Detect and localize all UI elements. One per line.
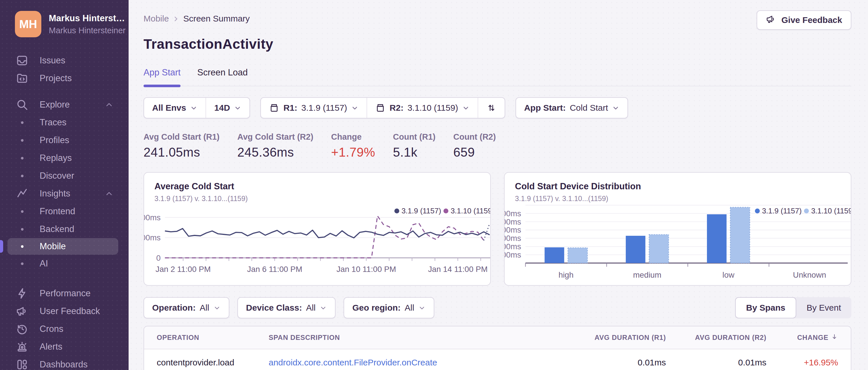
bullet-icon bbox=[16, 121, 29, 124]
sidebar: MH Markus Hinterst… Markus Hintersteiner… bbox=[0, 0, 129, 370]
chevron-up-icon bbox=[104, 189, 114, 198]
column-header-operation[interactable]: Operation bbox=[157, 334, 269, 342]
filter-geo-region-button[interactable]: Geo region: All bbox=[344, 298, 434, 318]
avatar: MH bbox=[15, 11, 41, 37]
sidebar-item-backend[interactable]: Backend bbox=[7, 220, 118, 238]
sidebar-item-issues[interactable]: Issues bbox=[7, 52, 118, 69]
stat-label: Avg Cold Start (R1) bbox=[144, 132, 220, 142]
legend-dot-icon bbox=[443, 208, 448, 213]
swap-releases-button[interactable] bbox=[477, 98, 505, 118]
chevron-right-icon bbox=[172, 15, 180, 22]
search-icon bbox=[16, 98, 29, 111]
chevron-down-icon bbox=[319, 304, 327, 311]
stat-label: Avg Cold Start (R2) bbox=[237, 132, 313, 142]
chart-subtitle: 3.1.9 (1157) v. 3.1.10...(1159) bbox=[154, 195, 480, 203]
bolt-icon bbox=[16, 287, 29, 300]
column-header-change[interactable]: Change bbox=[766, 333, 838, 342]
sidebar-item-performance[interactable]: Performance bbox=[7, 284, 118, 302]
chevron-down-icon bbox=[351, 104, 359, 111]
stat-change: Change +1.79% bbox=[331, 132, 375, 160]
svg-text:Jan 10 11:00 PM: Jan 10 11:00 PM bbox=[336, 265, 396, 274]
release-r2-selector[interactable]: R2: 3.1.10 (1159) bbox=[367, 98, 477, 118]
legend-item[interactable]: 3.1.9 (1157) bbox=[755, 206, 802, 215]
megaphone-icon bbox=[16, 305, 29, 318]
stat-value: 245.36ms bbox=[237, 145, 313, 160]
sidebar-item-explore[interactable]: Explore bbox=[7, 96, 118, 113]
period-filter-label: 14D bbox=[214, 103, 230, 113]
tab-bar: App Start Screen Load bbox=[144, 67, 851, 86]
sidebar-item-label: Replays bbox=[40, 153, 72, 163]
sidebar-item-traces[interactable]: Traces bbox=[7, 113, 118, 131]
inbox-icon bbox=[16, 54, 29, 67]
folder-code-icon bbox=[16, 72, 29, 85]
chart-legend: 3.1.9 (1157) 3.1.10 (1159 bbox=[394, 206, 491, 215]
column-header-avg-duration-r1[interactable]: Avg Duration (R1) bbox=[563, 334, 666, 342]
sidebar-item-profiles[interactable]: Profiles bbox=[7, 131, 118, 149]
column-header-avg-duration-r2[interactable]: Avg Duration (R2) bbox=[666, 334, 766, 342]
sidebar-item-user-feedback[interactable]: User Feedback bbox=[7, 302, 118, 320]
legend-item[interactable]: 3.1.10 (1159 bbox=[443, 206, 491, 215]
sidebar-item-label: Backend bbox=[40, 224, 74, 234]
legend-label: 3.1.10 (1159 bbox=[451, 206, 491, 215]
filter-value: All bbox=[200, 303, 209, 313]
spans-table: OperationSpan DescriptionAvg Duration (R… bbox=[144, 326, 851, 370]
chevron-down-icon bbox=[462, 104, 470, 111]
column-header-span-description[interactable]: Span Description bbox=[269, 334, 563, 342]
filter-device-class: Device Class: All bbox=[237, 297, 336, 318]
sidebar-item-alerts[interactable]: Alerts bbox=[7, 338, 118, 356]
svg-text:Jan 6 11:00 PM: Jan 6 11:00 PM bbox=[247, 265, 302, 274]
nav-section: IssuesProjects bbox=[0, 52, 129, 87]
table-body: contentprovider.load androidx.core.conte… bbox=[144, 349, 851, 370]
stat-count-r2: Count (R2) 659 bbox=[453, 132, 496, 160]
chevron-down-icon bbox=[234, 104, 241, 111]
sidebar-item-frontend[interactable]: Frontend bbox=[7, 202, 118, 220]
sidebar-item-dashboards[interactable]: Dashboards bbox=[7, 356, 118, 370]
page-title: TransactionActivity bbox=[144, 36, 851, 52]
legend-label: 3.1.10 (1159 bbox=[811, 206, 851, 215]
pulse-icon bbox=[16, 187, 29, 200]
history-icon bbox=[16, 323, 29, 336]
sidebar-item-discover[interactable]: Discover bbox=[7, 167, 118, 185]
appstart-type-group: App Start: Cold Start bbox=[516, 97, 628, 119]
megaphone-icon bbox=[766, 14, 776, 26]
span-filters: Operation: All Device Class: All Geo reg… bbox=[144, 297, 434, 318]
give-feedback-button[interactable]: Give Feedback bbox=[756, 10, 851, 30]
filter-operation-button[interactable]: Operation: All bbox=[144, 298, 229, 318]
breadcrumb-page: Screen Summary bbox=[183, 14, 250, 24]
toggle-by-spans[interactable]: By Spans bbox=[735, 297, 796, 318]
breadcrumb-section[interactable]: Mobile bbox=[144, 14, 169, 24]
chevron-down-icon bbox=[612, 104, 619, 111]
sidebar-item-replays[interactable]: Replays bbox=[7, 149, 118, 167]
nav-section: ExploreTracesProfilesReplaysDiscoverInsi… bbox=[0, 96, 129, 272]
stat-value: 5.1k bbox=[393, 145, 435, 160]
release-r1-value: 3.1.9 (1157) bbox=[301, 103, 347, 113]
legend-item[interactable]: 3.1.10 (1159 bbox=[804, 206, 851, 215]
appstart-type-filter[interactable]: App Start: Cold Start bbox=[516, 98, 627, 118]
legend-dot-icon bbox=[755, 208, 760, 213]
period-filter[interactable]: 14D bbox=[206, 98, 249, 118]
svg-text:medium: medium bbox=[633, 270, 661, 279]
sidebar-item-projects[interactable]: Projects bbox=[7, 69, 118, 87]
stat-label: Change bbox=[331, 132, 375, 142]
stat-label: Count (R1) bbox=[393, 132, 435, 142]
sidebar-item-label: Explore bbox=[40, 100, 70, 110]
filter-device-class-button[interactable]: Device Class: All bbox=[238, 298, 335, 318]
release-r1-selector[interactable]: R1: 3.1.9 (1157) bbox=[261, 98, 367, 118]
sidebar-item-mobile[interactable]: Mobile bbox=[7, 238, 118, 255]
sort-desc-icon bbox=[831, 333, 838, 342]
tab-app-start[interactable]: App Start bbox=[144, 67, 181, 86]
user-menu[interactable]: MH Markus Hinterst… Markus Hintersteiner bbox=[15, 11, 120, 37]
cell-span-description[interactable]: androidx.core.content.FileProvider.onCre… bbox=[269, 358, 563, 367]
sidebar-item-crons[interactable]: Crons bbox=[7, 320, 118, 338]
environment-filter[interactable]: All Envs bbox=[144, 98, 206, 118]
sidebar-item-insights[interactable]: Insights bbox=[7, 185, 118, 202]
sidebar-item-ai[interactable]: AI bbox=[7, 255, 118, 272]
tab-screen-load[interactable]: Screen Load bbox=[197, 67, 248, 86]
sidebar-item-label: Frontend bbox=[40, 206, 75, 216]
chevron-down-icon bbox=[213, 304, 221, 311]
release-r2-prefix: R2: bbox=[390, 103, 403, 113]
legend-dot-icon bbox=[804, 208, 809, 213]
legend-item[interactable]: 3.1.9 (1157) bbox=[394, 206, 441, 215]
release-compare-group: R1: 3.1.9 (1157) R2: 3.1.10 (1159) bbox=[260, 97, 505, 119]
toggle-by-event[interactable]: By Event bbox=[796, 297, 851, 318]
